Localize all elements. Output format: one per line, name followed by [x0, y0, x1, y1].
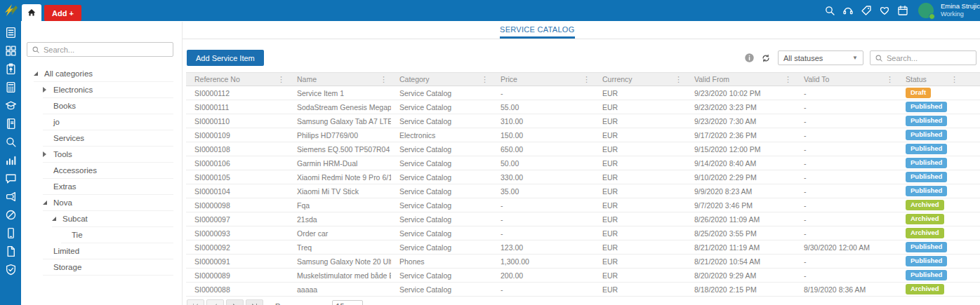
table-row[interactable]: SI0000091Samsung Galaxy Note 20 Ultra 5G…	[186, 255, 980, 269]
cell-valid-to: -	[795, 269, 897, 282]
table-row[interactable]: SI0000088aaaaaService Catalog-EUR8/18/20…	[186, 283, 980, 297]
grid-search-input[interactable]	[887, 54, 972, 62]
nav-search-icon[interactable]	[5, 136, 17, 148]
user-info[interactable]: Emina Strujic Working	[941, 2, 980, 19]
tree-item-limited[interactable]: Limited	[43, 243, 173, 259]
expand-caret-icon[interactable]	[43, 151, 46, 157]
table-row[interactable]: SI0000106Garmin HRM-DualService Catalog5…	[186, 156, 980, 170]
page-prev-button[interactable]	[206, 299, 224, 305]
tree-item-tie[interactable]: Tie	[61, 227, 173, 243]
column-header-currency[interactable]: Currency⋮	[594, 73, 686, 86]
home-icon	[27, 8, 37, 18]
cell-category: Service Catalog	[391, 100, 492, 114]
home-tab[interactable]	[22, 4, 41, 21]
tree-item-all-categories[interactable]: All categories	[34, 66, 173, 82]
info-icon[interactable]	[744, 53, 755, 63]
status-badge: Published	[906, 256, 947, 266]
heart-icon[interactable]	[879, 5, 890, 16]
table-body: SI0000112Service Item 1Service Catalog-E…	[186, 86, 980, 297]
column-menu-icon[interactable]: ⋮	[380, 75, 391, 84]
tree-item-electronics[interactable]: Electronics	[43, 82, 173, 98]
tree-item-accessories[interactable]: Accessories	[43, 163, 173, 179]
cell-currency: EUR	[594, 142, 686, 156]
column-menu-icon[interactable]: ⋮	[277, 75, 289, 84]
nav-chat-icon[interactable]	[5, 172, 17, 184]
table-row[interactable]: SI0000111SodaStream Genesis Megapack Tit…	[186, 100, 980, 114]
grid-search[interactable]	[870, 50, 976, 65]
column-header-category[interactable]: Category⋮	[391, 73, 492, 86]
rows-per-page-select[interactable]: 15 ▼	[332, 300, 363, 305]
table-row[interactable]: SI0000108Siemens EQ.500 TP507R04Service …	[186, 142, 980, 156]
page-next-button[interactable]	[226, 299, 244, 305]
table-row[interactable]: SI0000098FqaService Catalog-EUR9/7/2020 …	[186, 198, 980, 212]
tree-item-nova[interactable]: Nova	[43, 195, 173, 211]
add-service-item-button[interactable]: Add Service Item	[187, 50, 264, 66]
table-row[interactable]: SI0000105Xiaomi Redmi Note 9 Pro 6/128GB…	[186, 170, 980, 184]
tree-item-storage[interactable]: Storage	[43, 259, 173, 276]
column-label: Status	[906, 75, 927, 83]
category-search[interactable]	[27, 42, 173, 57]
refresh-icon[interactable]	[761, 53, 772, 63]
tag-icon[interactable]	[861, 5, 872, 16]
nav-mobile-icon[interactable]	[5, 227, 17, 239]
column-header-valid-to[interactable]: Valid To⋮	[795, 73, 897, 86]
page-last-button[interactable]	[246, 299, 263, 305]
cell-price: 55.00	[492, 100, 594, 114]
table-row[interactable]: SI0000112Service Item 1Service Catalog-E…	[186, 86, 980, 100]
nav-documents-icon[interactable]	[5, 245, 17, 257]
table-row[interactable]: SI0000104Xiaomi Mi TV StickService Catal…	[186, 184, 980, 198]
column-menu-icon[interactable]: ⋮	[675, 75, 686, 84]
column-header-reference-no[interactable]: Reference No⋮	[186, 73, 289, 86]
column-header-status[interactable]: Status⋮	[897, 73, 980, 86]
search-icon[interactable]	[824, 5, 835, 16]
table-row[interactable]: SI0000093Order carService Catalog-EUR8/2…	[186, 226, 980, 240]
nav-compliance-icon[interactable]	[5, 264, 17, 276]
app-logo-icon[interactable]	[3, 2, 20, 19]
nav-apps-icon[interactable]	[5, 45, 17, 57]
column-header-name[interactable]: Name⋮	[289, 73, 391, 86]
cell-price: 200.00	[492, 269, 594, 282]
cell-valid-from: 8/21/2020 11:19 AM	[686, 240, 795, 254]
tree-item-extras[interactable]: Extras	[43, 179, 173, 195]
nav-announcements-icon[interactable]	[5, 191, 17, 203]
table-row[interactable]: SI0000089Muskelstimulator med både EMS- …	[186, 269, 980, 283]
cell-reference-no: SI0000104	[186, 184, 289, 198]
nav-blocked-icon[interactable]	[5, 209, 17, 221]
nav-forms-icon[interactable]	[5, 27, 17, 39]
collapse-caret-icon[interactable]	[43, 201, 47, 205]
column-menu-icon[interactable]: ⋮	[886, 75, 897, 84]
column-header-price[interactable]: Price⋮	[492, 73, 594, 86]
add-button[interactable]: Add +	[44, 5, 81, 21]
topbar-actions: Emina Strujic Working	[824, 2, 980, 19]
table-row[interactable]: SI0000110Samsung Galaxy Tab A7 LTE 32GBS…	[186, 114, 980, 128]
expand-caret-icon[interactable]	[43, 87, 46, 93]
avatar[interactable]	[918, 3, 934, 18]
nav-contacts-icon[interactable]	[5, 118, 17, 130]
nav-calculator-icon[interactable]	[5, 81, 17, 93]
collapse-caret-icon[interactable]	[34, 72, 38, 76]
column-header-valid-from[interactable]: Valid From⋮	[686, 73, 795, 86]
headset-icon[interactable]	[842, 5, 854, 16]
table-row[interactable]: SI0000092TreqService Catalog123.00EUR8/2…	[186, 240, 980, 255]
tree-item-tools[interactable]: Tools	[43, 147, 173, 163]
tree-item-subcat[interactable]: Subcat	[52, 211, 173, 227]
column-menu-icon[interactable]: ⋮	[481, 75, 492, 84]
tree-item-services[interactable]: Services	[43, 130, 173, 147]
collapse-caret-icon[interactable]	[52, 217, 56, 221]
nav-education-icon[interactable]	[5, 100, 17, 111]
tab-service-catalog[interactable]: SERVICE CATALOG	[500, 25, 575, 39]
cell-currency: EUR	[594, 156, 686, 170]
nav-tasks-icon[interactable]	[5, 63, 17, 75]
page-first-button[interactable]	[187, 299, 204, 305]
column-menu-icon[interactable]: ⋮	[583, 75, 594, 84]
table-row[interactable]: SI000009721sdaService Catalog-EUR8/26/20…	[186, 212, 980, 226]
status-filter-dropdown[interactable]: All statuses ▼	[778, 50, 863, 65]
tree-item-jo[interactable]: jo	[43, 114, 173, 130]
tree-item-books[interactable]: Books	[43, 98, 173, 114]
nav-stats-icon[interactable]	[5, 154, 17, 166]
table-row[interactable]: SI0000109Philips HD7769/00Electronics150…	[186, 128, 980, 142]
column-menu-icon[interactable]: ⋮	[784, 75, 795, 84]
category-search-input[interactable]	[44, 46, 168, 54]
column-menu-icon[interactable]: ⋮	[951, 75, 962, 84]
calendar-icon[interactable]	[897, 5, 908, 16]
